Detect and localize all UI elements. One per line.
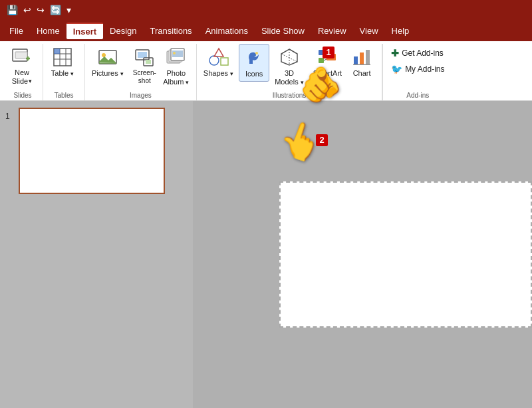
menu-bar: File Home Insert Design Transitions Anim… — [0, 20, 532, 41]
smartart-icon — [317, 47, 338, 68]
3d-models-button[interactable]: 3DModels ▾ — [271, 44, 308, 89]
menu-slideshow[interactable]: Slide Show — [255, 23, 311, 39]
svg-rect-13 — [138, 52, 147, 58]
chart-button[interactable]: Chart — [347, 44, 376, 80]
menu-review[interactable]: Review — [311, 23, 353, 39]
slide-canvas[interactable] — [279, 181, 532, 328]
chart-label: Chart — [353, 69, 371, 78]
new-slide-icon — [11, 47, 33, 68]
screenshot-label: Screen-shot — [133, 69, 156, 85]
slide-thumb-row-1: 1 — [5, 108, 188, 194]
title-bar: 💾 ↩ ↪ 🔄 ▾ — [0, 0, 532, 20]
shapes-button[interactable]: Shapes ▾ — [200, 44, 237, 80]
pictures-label: Pictures ▾ — [92, 69, 124, 78]
menu-design[interactable]: Design — [103, 23, 143, 39]
step-2-badge: 2 — [316, 134, 328, 146]
smartart-label: SmartArt — [313, 69, 342, 78]
slide-number-1: 1 — [5, 112, 15, 121]
svg-rect-30 — [327, 54, 336, 60]
new-slide-label-bot: Slide ▾ — [12, 77, 32, 85]
svg-rect-34 — [360, 52, 364, 64]
shapes-label: Shapes ▾ — [203, 69, 233, 78]
menu-view[interactable]: View — [353, 23, 385, 39]
menu-insert[interactable]: Insert — [66, 23, 103, 39]
menu-animations[interactable]: Animations — [199, 23, 255, 39]
canvas-area: 🫵 👆 1 2 — [193, 101, 532, 408]
photo-album-button[interactable]: PhotoAlbum ▾ — [162, 44, 191, 89]
ribbon-group-tables: Table ▾ Tables — [43, 44, 85, 100]
slides-group-label: Slides — [3, 92, 43, 99]
my-addins-button[interactable]: 🐦 My Add-ins — [388, 62, 447, 76]
svg-point-20 — [173, 52, 176, 54]
menu-transitions[interactable]: Transitions — [144, 23, 199, 39]
table-button-label: Table ▾ — [51, 69, 74, 78]
3d-models-icon — [279, 47, 300, 68]
svg-rect-1 — [15, 52, 27, 58]
svg-rect-15 — [146, 60, 151, 64]
svg-rect-23 — [221, 58, 228, 65]
icons-label: Icons — [245, 70, 263, 78]
menu-help[interactable]: Help — [385, 23, 416, 39]
svg-line-31 — [324, 52, 327, 55]
images-group-label: Images — [85, 92, 196, 99]
smartart-button[interactable]: SmartArt — [309, 44, 346, 80]
get-addins-icon: ✚ — [391, 48, 399, 58]
svg-rect-35 — [366, 50, 370, 64]
pictures-button[interactable]: Pictures ▾ — [88, 44, 128, 80]
ribbon-group-illustrations: Shapes ▾ Icons — [197, 44, 382, 100]
my-addins-icon: 🐦 — [391, 64, 402, 74]
table-icon — [52, 47, 73, 68]
customize-qat-icon[interactable]: ▾ — [65, 3, 72, 17]
icons-icon — [243, 47, 265, 68]
shapes-icon — [208, 47, 229, 68]
svg-rect-28 — [319, 50, 324, 55]
svg-point-24 — [255, 52, 258, 54]
new-slide-button[interactable]: New Slide ▾ — [5, 44, 39, 85]
repeat-icon[interactable]: 🔄 — [49, 3, 63, 17]
menu-file[interactable]: File — [3, 23, 30, 39]
ribbon-group-addins: ✚ Get Add-ins 🐦 My Add-ins Add-ins — [382, 44, 452, 100]
ribbon: New Slide ▾ Slides Table ▾ — [0, 41, 532, 101]
my-addins-label: My Add-ins — [405, 64, 444, 74]
slide-panel: 1 — [0, 101, 193, 408]
icons-button[interactable]: Icons — [239, 44, 269, 82]
svg-marker-22 — [214, 49, 223, 56]
cursor-hand-2: 👆 — [279, 121, 323, 161]
ribbon-group-images: Pictures ▾ Screen-shot — [85, 44, 197, 100]
screenshot-icon — [134, 47, 155, 68]
new-slide-label-top: New — [15, 68, 29, 76]
chart-icon — [351, 47, 372, 68]
get-addins-label: Get Add-ins — [402, 49, 444, 58]
photo-album-label: PhotoAlbum ▾ — [163, 69, 189, 86]
svg-rect-29 — [319, 58, 324, 63]
svg-line-32 — [324, 59, 327, 60]
ribbon-group-slides: New Slide ▾ Slides — [3, 44, 43, 100]
svg-rect-33 — [354, 56, 358, 64]
photo-album-icon — [166, 47, 187, 68]
pictures-icon — [97, 47, 118, 68]
quick-access-toolbar[interactable]: 💾 ↩ ↪ 🔄 ▾ — [5, 3, 72, 17]
svg-point-11 — [102, 53, 106, 57]
tables-group-label: Tables — [43, 92, 84, 99]
3d-models-label: 3DModels ▾ — [275, 69, 304, 86]
svg-rect-9 — [54, 49, 60, 54]
slide-thumbnail-1[interactable] — [19, 108, 165, 194]
save-icon[interactable]: 💾 — [5, 3, 19, 17]
undo-icon[interactable]: ↩ — [22, 3, 33, 17]
svg-point-21 — [209, 56, 219, 65]
menu-home[interactable]: Home — [30, 23, 66, 39]
main-area: 1 🫵 👆 1 2 — [0, 101, 532, 408]
get-addins-button[interactable]: ✚ Get Add-ins — [388, 47, 447, 60]
screenshot-button[interactable]: Screen-shot — [129, 44, 160, 88]
redo-icon[interactable]: ↪ — [35, 3, 46, 17]
addins-group-label: Add-ins — [383, 92, 452, 99]
illustrations-group-label: Illustrations — [197, 92, 382, 99]
table-button[interactable]: Table ▾ — [46, 44, 79, 80]
